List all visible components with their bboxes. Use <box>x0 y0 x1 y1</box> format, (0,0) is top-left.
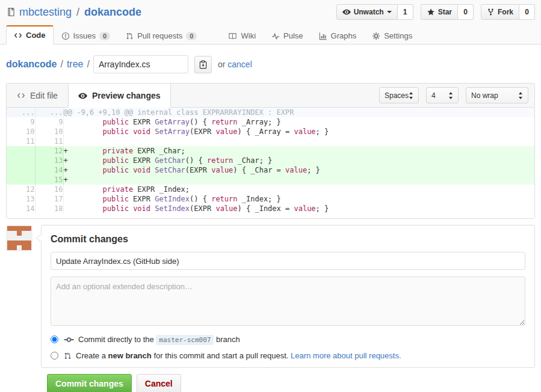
repo-nav: Code Issues 0 Pull requests 0 Wiki <box>6 25 535 44</box>
cancel-button[interactable]: Cancel <box>137 374 181 392</box>
editor-controls: Spaces 4 No wrap <box>379 84 534 107</box>
chevron-down-icon <box>387 11 392 16</box>
tab-settings-label: Settings <box>384 31 412 40</box>
page-header: mbctesting / dokancode Unwatch 1 <box>0 0 541 44</box>
fork-group: Fork 0 <box>481 4 535 20</box>
pulse-icon <box>271 32 280 40</box>
old-line-number: 14 <box>7 204 35 213</box>
old-line-number: 13 <box>7 194 35 204</box>
breadcrumb-repo-link[interactable]: dokancode <box>6 59 57 70</box>
tab-pulse[interactable]: Pulse <box>264 26 311 44</box>
commit-changes-button[interactable]: Commit changes <box>47 374 132 392</box>
updown-arrows-icon <box>409 91 413 100</box>
fork-button[interactable]: Fork <box>481 4 519 20</box>
star-icon <box>427 8 435 16</box>
editor-header: Edit file Preview changes Spaces 4 <box>7 84 534 108</box>
diff-row: 14+ public void SetChar(EXPR value) { _C… <box>7 165 534 175</box>
tab-graphs[interactable]: Graphs <box>311 26 365 44</box>
repo-separator: / <box>76 6 79 19</box>
diff-row: 15+ <box>7 175 534 185</box>
commit-description-textarea[interactable] <box>51 277 525 326</box>
diff-row: 1111 <box>7 136 534 146</box>
breadcrumb-separator: / <box>87 59 90 70</box>
old-line-number <box>7 156 35 165</box>
learn-more-link[interactable]: Learn more about pull requests. <box>291 351 401 360</box>
pull-request-icon <box>64 352 72 360</box>
code-icon <box>17 91 25 100</box>
eye-icon <box>78 91 87 100</box>
issue-icon <box>61 32 70 40</box>
diff-row: 1317 public EXPR GetIndex() { return _In… <box>7 194 534 204</box>
wrap-mode-select[interactable]: No wrap <box>466 87 528 103</box>
diff-view: ......@@ -9,6 +9,10 @@ internal class EX… <box>7 108 534 218</box>
unwatch-label: Unwatch <box>354 8 384 16</box>
breadcrumb: dokancode / tree / or cancel <box>6 55 535 73</box>
watch-count[interactable]: 1 <box>398 4 413 20</box>
old-line-number <box>7 146 35 156</box>
issues-count-badge: 0 <box>99 32 110 40</box>
new-line-number: 9 <box>35 117 63 127</box>
diff-code-cell: + private EXPR _Char; <box>63 146 534 156</box>
diff-row: 12+ private EXPR _Char; <box>7 146 534 156</box>
tab-edit-file[interactable]: Edit file <box>7 84 68 107</box>
star-group: Star 0 <box>421 4 474 20</box>
breadcrumb-separator: / <box>60 59 63 70</box>
commit-new-branch-option: Create a new branch for this commit and … <box>51 351 525 360</box>
diff-table-body: ......@@ -9,6 +9,10 @@ internal class EX… <box>7 108 534 213</box>
filename-input[interactable] <box>93 55 188 73</box>
repo-owner-link[interactable]: mbctesting <box>19 6 72 19</box>
diff-code-cell: public EXPR GetArray() { return _Array; … <box>63 117 534 127</box>
gear-icon <box>372 32 380 40</box>
paste-filename-button[interactable] <box>194 56 212 73</box>
old-line-number <box>7 165 35 175</box>
indent-mode-select[interactable]: Spaces <box>379 87 419 103</box>
old-line-number <box>7 175 35 185</box>
form-buttons: Commit changes Cancel <box>47 374 535 392</box>
commit-heading: Commit changes <box>51 234 525 245</box>
old-line-number: ... <box>7 108 35 117</box>
tab-code[interactable]: Code <box>6 25 54 44</box>
cancel-link[interactable]: cancel <box>227 60 252 69</box>
tab-code-label: Code <box>26 31 46 40</box>
new-line-number: 11 <box>35 136 63 146</box>
tab-wiki-label: Wiki <box>241 31 256 40</box>
diff-code-cell: public EXPR GetIndex() { return _Index; … <box>63 194 534 204</box>
commit-direct-radio[interactable] <box>51 335 58 343</box>
repo-actions: Unwatch 1 Star 0 <box>336 4 535 20</box>
pull-request-icon <box>126 32 134 40</box>
diff-row: 13+ public EXPR GetChar() { return _Char… <box>7 156 534 165</box>
updown-arrows-icon <box>448 91 453 100</box>
tab-issues[interactable]: Issues 0 <box>54 26 119 44</box>
diff-code-cell: + public void SetChar(EXPR value) { _Cha… <box>63 165 534 175</box>
old-line-number: 10 <box>7 127 35 136</box>
new-line-number: 16 <box>35 185 63 194</box>
graphs-icon <box>319 32 327 40</box>
fork-label: Fork <box>498 8 513 16</box>
new-line-number: 13 <box>35 156 63 165</box>
diff-row: 99 public EXPR GetArray() { return _Arra… <box>7 117 534 127</box>
star-button[interactable]: Star <box>421 4 458 20</box>
commit-summary-input[interactable] <box>51 252 525 270</box>
new-line-number: 15 <box>35 175 63 185</box>
unwatch-button[interactable]: Unwatch <box>336 4 398 20</box>
diff-code-cell: + public EXPR GetChar() { return _Char; … <box>63 156 534 165</box>
repo-name-link[interactable]: dokancode <box>84 6 141 19</box>
tab-preview-changes[interactable]: Preview changes <box>68 84 171 108</box>
pull-requests-count-badge: 0 <box>186 32 197 40</box>
repo-icon <box>6 7 16 17</box>
new-line-number: 17 <box>35 194 63 204</box>
tab-pull-requests[interactable]: Pull requests 0 <box>118 26 205 44</box>
diff-row: 1418 public void SetIndex(EXPR value) { … <box>7 204 534 213</box>
star-count[interactable]: 0 <box>458 4 474 20</box>
tab-settings[interactable]: Settings <box>364 26 420 44</box>
wiki-book-icon <box>228 32 237 40</box>
indent-size-select[interactable]: 4 <box>426 87 459 103</box>
breadcrumb-tree-link[interactable]: tree <box>67 59 84 70</box>
commit-new-branch-radio[interactable] <box>51 352 58 360</box>
new-line-number: ... <box>35 108 63 117</box>
tab-wiki[interactable]: Wiki <box>220 26 264 44</box>
new-line-number: 14 <box>35 165 63 175</box>
fork-count[interactable]: 0 <box>519 4 535 20</box>
tab-issues-label: Issues <box>73 31 96 40</box>
commit-direct-option: Commit directly to the master-scm007 bra… <box>51 335 525 344</box>
